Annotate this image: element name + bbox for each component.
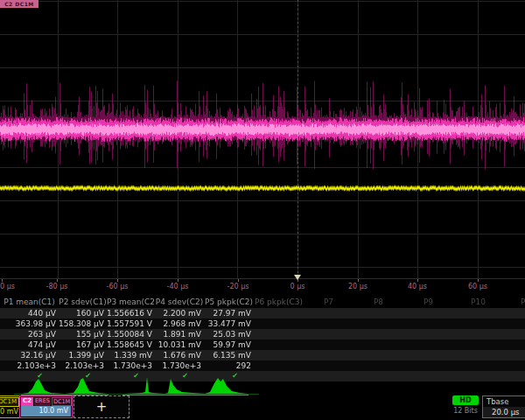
- waveform-display[interactable]: [0, 0, 525, 278]
- param-value: 263 µV: [0, 329, 59, 340]
- timebase-scale-value: 20.0 µs: [483, 407, 525, 417]
- axis-tick: [358, 279, 359, 282]
- timebase-descriptor[interactable]: Tbase 20.0 µs: [482, 396, 525, 418]
- hd-mode-badge[interactable]: HD: [452, 396, 479, 405]
- param-value: 6.135 mV: [204, 350, 254, 360]
- param-value: [503, 350, 525, 360]
- param-status-check-icon: [304, 371, 354, 382]
- histicon-chart[interactable]: [63, 376, 110, 396]
- axis-tick: [417, 279, 418, 282]
- histicon-chart[interactable]: [121, 376, 168, 396]
- param-value: [354, 329, 403, 340]
- param-header[interactable]: P5 pkpk(C2): [204, 296, 254, 308]
- axis-tick-label: 60 µs: [468, 283, 487, 290]
- param-value: 1.550084 V: [107, 329, 155, 340]
- measure-table: P1 mean(C1)P2 sdev(C1)P3 mean(C2)P4 sdev…: [0, 296, 525, 382]
- channel-c2-descriptor[interactable]: C2 ERES DC1M 10.0 mV: [19, 396, 73, 418]
- param-value: 292: [204, 360, 254, 371]
- param-header[interactable]: P3 mean(C2): [107, 296, 155, 308]
- param-value: [354, 318, 403, 329]
- param-value: 33.477 mV: [204, 318, 254, 329]
- param-value: [403, 329, 453, 340]
- param-value: 25.03 mV: [204, 329, 254, 340]
- param-value: 1.676 mV: [155, 350, 204, 360]
- c1-coupling-badge: DC1M: [0, 397, 19, 407]
- param-value: 1.339 mV: [107, 350, 155, 360]
- param-value: [304, 318, 354, 329]
- param-header[interactable]: P10: [453, 296, 503, 308]
- param-status-check-icon: [453, 371, 503, 382]
- param-value: [354, 350, 403, 360]
- param-value: [403, 360, 453, 371]
- axis-tick: [117, 279, 118, 282]
- axis-tick: [478, 279, 479, 282]
- axis-tick-label: -20 µs: [228, 283, 249, 290]
- histicon-chart[interactable]: [19, 376, 66, 396]
- param-value: 1.730e+3: [107, 360, 155, 371]
- param-status-check-icon: [254, 371, 304, 382]
- resolution-bits-label: 12 Bits: [447, 407, 484, 415]
- param-value: [304, 360, 354, 371]
- c2-coupling-badge: DC1M: [52, 397, 72, 406]
- table-row: 32.16 µV1.399 µV1.339 mV1.676 mV6.135 mV: [0, 350, 525, 360]
- oscilloscope-screen: C2 DC1M -100 µs-80 µs-60 µs-40 µs-20 µs0…: [0, 0, 525, 420]
- c2-scale-value: 10.0 mV: [21, 406, 71, 416]
- param-value: [453, 308, 503, 318]
- param-value: [503, 329, 525, 340]
- param-value: 363.98 µV: [0, 318, 59, 329]
- param-header[interactable]: P6 pkpk(C3): [254, 296, 304, 308]
- trace-label-badge[interactable]: C2 DC1M: [0, 0, 38, 8]
- param-header[interactable]: P9: [403, 296, 453, 308]
- param-header[interactable]: P1 mean(C1): [0, 296, 59, 308]
- param-value: [254, 350, 304, 360]
- table-row: 363.98 µV158.308 µV1.557591 V2.968 mV33.…: [0, 318, 525, 329]
- param-value: 160 µV: [59, 308, 107, 318]
- param-header[interactable]: P8: [354, 296, 403, 308]
- param-value: [304, 340, 354, 350]
- c2-eres-badge: ERES: [34, 397, 51, 406]
- param-value: [254, 340, 304, 350]
- param-value: [403, 318, 453, 329]
- param-value: [453, 318, 503, 329]
- param-value: [503, 318, 525, 329]
- param-value: [254, 318, 304, 329]
- axis-tick-label: 0 µs: [290, 283, 305, 290]
- param-value: [453, 340, 503, 350]
- param-value: 32.16 µV: [0, 350, 59, 360]
- param-value: [254, 308, 304, 318]
- param-value: 27.97 mV: [204, 308, 254, 318]
- param-value: 2.103e+3: [59, 360, 107, 371]
- param-status-check-icon: [503, 371, 525, 382]
- param-value: 2.200 mV: [155, 308, 204, 318]
- param-value: 440 µV: [0, 308, 59, 318]
- param-value: [403, 350, 453, 360]
- param-value: [503, 340, 525, 350]
- axis-tick-label: -60 µs: [107, 283, 129, 290]
- param-value: 2.968 mV: [155, 318, 204, 329]
- axis-tick-label: -40 µs: [167, 283, 189, 290]
- time-axis: -100 µs-80 µs-60 µs-40 µs-20 µs0 µs20 µs…: [0, 278, 525, 295]
- axis-tick: [57, 279, 58, 282]
- param-value: [354, 360, 403, 371]
- param-value: 1.399 µV: [59, 350, 107, 360]
- param-value: [254, 329, 304, 340]
- param-value: [403, 308, 453, 318]
- param-value: [403, 340, 453, 350]
- histicon-chart[interactable]: [203, 376, 250, 396]
- timebase-title: Tbase: [483, 396, 525, 407]
- trigger-position-marker[interactable]: [294, 275, 301, 280]
- param-header[interactable]: P7: [304, 296, 354, 308]
- param-header[interactable]: P2 sdev(C1): [59, 296, 107, 308]
- c2-channel-badge: C2: [21, 397, 33, 406]
- param-value: [354, 308, 403, 318]
- param-header[interactable]: P4 sdev(C2): [155, 296, 204, 308]
- param-header[interactable]: P11: [503, 296, 525, 308]
- param-value: 2.103e+3: [0, 360, 59, 371]
- param-value: [304, 350, 354, 360]
- axis-tick-label: 20 µs: [348, 283, 368, 290]
- param-value: 1.557591 V: [107, 318, 155, 329]
- histicon-baseline: [14, 394, 259, 395]
- param-value: 1.558645 V: [107, 340, 155, 350]
- param-value: 10.031 mV: [155, 340, 204, 350]
- add-trace-button[interactable]: +: [74, 396, 130, 418]
